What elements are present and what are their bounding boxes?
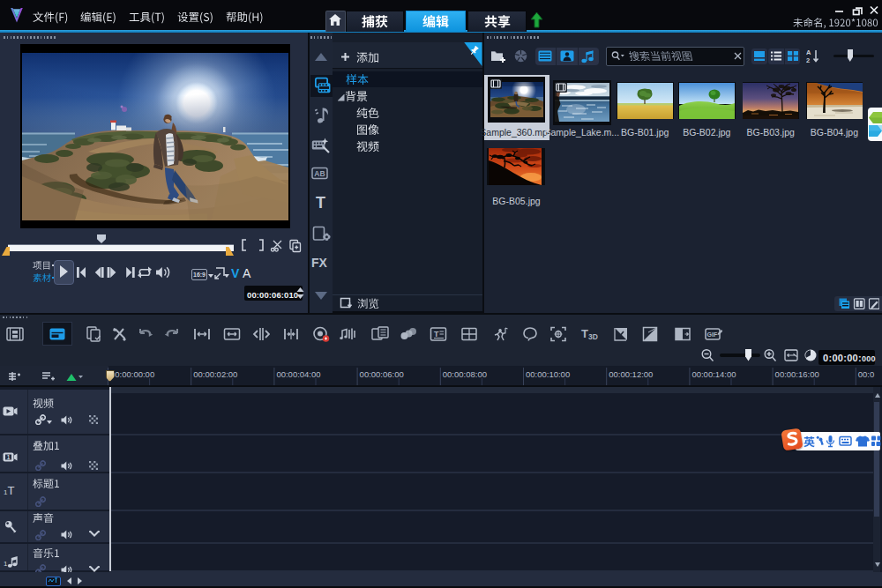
- svg-text:T: T: [434, 329, 439, 338]
- svg-text:GIF: GIF: [706, 331, 717, 338]
- svg-text:00:00:16:00: 00:00:16:00: [775, 369, 819, 379]
- svg-text:00:00:14:00: 00:00:14:00: [691, 369, 736, 379]
- svg-text:00:0: 00:0: [858, 369, 875, 379]
- svg-text:00:00:04:00: 00:00:04:00: [276, 369, 320, 379]
- svg-text:1: 1: [7, 454, 11, 460]
- svg-text:00:00:12:00: 00:00:12:00: [609, 369, 653, 379]
- svg-text:3D: 3D: [588, 332, 598, 341]
- svg-text:00:00:00:00: 00:00:00:00: [110, 369, 154, 379]
- svg-text:1: 1: [4, 560, 8, 568]
- svg-text:T: T: [581, 327, 588, 340]
- svg-text:00:00:08:00: 00:00:08:00: [443, 369, 487, 379]
- svg-text:00:00:10:00: 00:00:10:00: [526, 369, 570, 379]
- svg-text:00:00:06:00: 00:00:06:00: [360, 369, 404, 379]
- svg-text:AB: AB: [314, 169, 325, 178]
- svg-text:2: 2: [806, 56, 810, 64]
- svg-text:00:00:02:00: 00:00:02:00: [193, 369, 237, 379]
